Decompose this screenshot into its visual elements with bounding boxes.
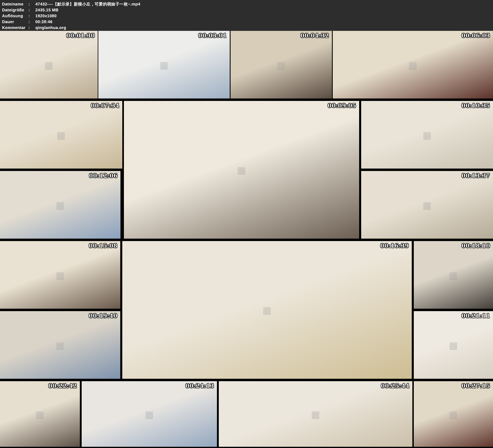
video-frame-thumbnail: ▦00:22:42 <box>0 381 80 447</box>
timestamp-overlay: 00:15:08 <box>89 243 117 249</box>
timestamp-overlay: 00:18:10 <box>461 243 490 249</box>
film-frame-icon: ▦ <box>56 340 64 350</box>
film-frame-icon: ▦ <box>45 59 53 70</box>
video-frame-thumbnail: ▦00:15:08 <box>0 241 120 309</box>
video-frame-thumbnail: ▦00:10:35 <box>361 101 493 168</box>
file-size-row: Dateigröße:2435.15 MB <box>2 7 58 13</box>
video-frame-thumbnail: ▦00:18:10 <box>414 241 493 309</box>
film-frame-icon: ▦ <box>311 409 320 420</box>
comment-label: Kommentar <box>2 25 28 31</box>
file-size-label: Dateigröße <box>2 7 28 13</box>
timestamp-overlay: 00:13:37 <box>461 173 490 179</box>
resolution-row: Auflösung:1920x1080 <box>2 13 57 19</box>
film-frame-icon: ▦ <box>56 269 64 280</box>
video-frame-thumbnail: ▦00:01:30 <box>0 31 98 99</box>
duration-label: Dauer <box>2 19 28 25</box>
timestamp-overlay: 00:21:11 <box>461 313 490 319</box>
film-frame-icon: ▦ <box>423 129 431 140</box>
timestamp-overlay: 00:19:40 <box>89 313 117 319</box>
separator: : <box>28 19 35 25</box>
timestamp-overlay: 00:03:01 <box>198 33 227 39</box>
duration-value: 00:28:46 <box>35 20 52 24</box>
film-frame-icon: ▦ <box>449 269 458 280</box>
timestamp-overlay: 00:27:15 <box>461 383 490 389</box>
film-frame-icon: ▦ <box>408 59 417 70</box>
film-frame-icon: ▦ <box>35 409 44 420</box>
film-frame-icon: ▦ <box>263 304 271 315</box>
film-frame-icon: ▦ <box>277 59 286 70</box>
video-frame-thumbnail-large: ▦00:16:39 <box>122 241 412 379</box>
video-frame-thumbnail: ▦00:21:11 <box>414 311 493 379</box>
file-size-value: 2435.15 MB <box>35 8 58 12</box>
file-name-label: Dateiname <box>2 1 28 7</box>
video-frame-thumbnail: ▦00:25:44 <box>219 381 412 447</box>
timestamp-overlay: 00:06:03 <box>461 33 490 39</box>
thumbnail-contact-sheet: ▦00:01:30 ▦00:03:01 ▦00:04:32 ▦00:06:03 … <box>0 31 493 448</box>
video-frame-thumbnail: ▦00:06:03 <box>333 31 493 99</box>
separator: : <box>28 13 35 19</box>
video-frame-thumbnail: ▦00:04:32 <box>231 31 332 99</box>
resolution-value: 1920x1080 <box>35 14 57 18</box>
video-frame-thumbnail: ▦00:24:13 <box>82 381 217 447</box>
separator: : <box>28 1 35 7</box>
comment-row: Kommentar:qinglanhua.org <box>2 25 66 31</box>
file-name-value: 47432----【默示录】新模小左，可爱的萌妹子一枚~.mp4 <box>35 2 140 6</box>
separator: : <box>28 25 35 31</box>
video-frame-thumbnail-large: ▦00:09:05 <box>124 101 359 239</box>
timestamp-overlay: 00:01:30 <box>66 33 95 39</box>
film-frame-icon: ▦ <box>449 409 458 420</box>
comment-value: qinglanhua.org <box>35 25 66 30</box>
film-frame-icon: ▦ <box>423 200 431 210</box>
timestamp-overlay: 00:24:13 <box>185 383 214 389</box>
timestamp-overlay: 00:16:39 <box>380 243 409 249</box>
film-frame-icon: ▦ <box>449 340 458 350</box>
timestamp-overlay: 00:10:35 <box>461 102 490 109</box>
video-frame-thumbnail: ▦00:27:15 <box>414 381 493 447</box>
timestamp-overlay: 00:07:34 <box>91 102 119 109</box>
separator: : <box>28 7 35 13</box>
file-name-row: Dateiname:47432----【默示录】新模小左，可爱的萌妹子一枚~.m… <box>2 1 140 7</box>
resolution-label: Auflösung <box>2 13 28 19</box>
file-info-header: Dateiname:47432----【默示录】新模小左，可爱的萌妹子一枚~.m… <box>0 0 493 31</box>
film-frame-icon: ▦ <box>145 409 154 420</box>
film-frame-icon: ▦ <box>56 200 65 210</box>
film-frame-icon: ▦ <box>57 129 65 140</box>
duration-row: Dauer:00:28:46 <box>2 19 52 25</box>
video-frame-thumbnail: ▦00:19:40 <box>0 311 120 379</box>
timestamp-overlay: 00:22:42 <box>48 383 77 389</box>
timestamp-overlay: 00:12:06 <box>89 173 118 179</box>
timestamp-overlay: 00:04:32 <box>301 33 329 39</box>
film-frame-icon: ▦ <box>160 59 168 70</box>
timestamp-overlay: 00:09:05 <box>328 102 356 109</box>
video-frame-thumbnail: ▦00:03:01 <box>98 31 230 99</box>
timestamp-overlay: 00:25:44 <box>381 383 410 389</box>
video-frame-thumbnail: ▦00:13:37 <box>361 171 493 239</box>
video-frame-thumbnail: ▦00:12:06 <box>0 171 121 239</box>
video-frame-thumbnail: ▦00:07:34 <box>0 101 122 168</box>
film-frame-icon: ▦ <box>237 164 246 175</box>
